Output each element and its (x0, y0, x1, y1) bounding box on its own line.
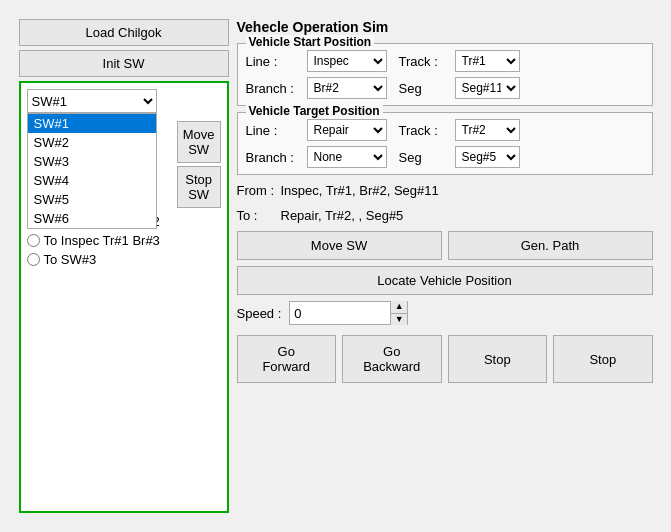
speed-row: Speed : ▲ ▼ (237, 301, 653, 325)
dropdown-item-sw1[interactable]: SW#1 (28, 114, 156, 133)
target-branch-label: Branch : (246, 150, 301, 165)
target-line-row: Line : InspecRepairMain Track : Tr#1Tr#2… (246, 119, 644, 141)
speed-up-button[interactable]: ▲ (391, 301, 407, 314)
start-branch-select[interactable]: Br#1Br#2Br#3 (307, 77, 387, 99)
radio-input-3[interactable] (27, 253, 40, 266)
target-position-group: Vehicle Target Position Line : InspecRep… (237, 112, 653, 175)
start-line-select[interactable]: InspecRepairMain (307, 50, 387, 72)
speed-label: Speed : (237, 306, 282, 321)
right-panel: Vehecle Operation Sim Vehicle Start Posi… (237, 19, 653, 513)
target-branch-select[interactable]: NoneBr#1Br#2 (307, 146, 387, 168)
sw-buttons: Move SW Stop SW (177, 121, 221, 208)
radio-label-2: To Inspec Tr#1 Br#3 (44, 233, 160, 248)
panel-title: Vehecle Operation Sim (237, 19, 653, 35)
target-seg-label: Seg (399, 150, 449, 165)
dropdown-item-sw4[interactable]: SW#4 (28, 171, 156, 190)
sw-dropdown-container: SW#1 SW#2 SW#3 SW#4 SW#5 SW#6 SW#1 SW#2 … (27, 89, 221, 113)
sw-select[interactable]: SW#1 SW#2 SW#3 SW#4 SW#5 SW#6 (27, 89, 157, 113)
speed-down-button[interactable]: ▼ (391, 314, 407, 326)
radio-input-2[interactable] (27, 234, 40, 247)
move-sw-action-button[interactable]: Move SW (237, 231, 442, 260)
spinner-buttons: ▲ ▼ (390, 301, 407, 325)
go-forward-button[interactable]: Go Forward (237, 335, 337, 383)
bottom-btn-row: Go Forward Go Backward Stop Stop (237, 335, 653, 383)
from-row: From : Inspec, Tr#1, Br#2, Seg#11 (237, 181, 653, 200)
start-position-group: Vehicle Start Position Line : InspecRepa… (237, 43, 653, 106)
to-row: To : Repair, Tr#2, , Seg#5 (237, 206, 653, 225)
target-line-label: Line : (246, 123, 301, 138)
locate-vehicle-button[interactable]: Locate Vehicle Position (237, 266, 653, 295)
init-sw-button[interactable]: Init SW (19, 50, 229, 77)
from-label: From : (237, 183, 277, 198)
start-track-select[interactable]: Tr#1Tr#2Tr#3 (455, 50, 520, 72)
radio-item-2[interactable]: To Inspec Tr#1 Br#3 (27, 233, 221, 248)
target-group-title: Vehicle Target Position (246, 104, 383, 118)
sw-box: SW#1 SW#2 SW#3 SW#4 SW#5 SW#6 SW#1 SW#2 … (19, 81, 229, 513)
load-chilgok-button[interactable]: Load Chilgok (19, 19, 229, 46)
left-panel: Load Chilgok Init SW SW#1 SW#2 SW#3 SW#4… (19, 19, 229, 513)
start-group-title: Vehicle Start Position (246, 35, 375, 49)
stop-button-2[interactable]: Stop (553, 335, 653, 383)
dropdown-item-sw5[interactable]: SW#5 (28, 190, 156, 209)
target-branch-row: Branch : NoneBr#1Br#2 Seg Seg#1Seg#5Seg#… (246, 146, 644, 168)
dropdown-item-sw2[interactable]: SW#2 (28, 133, 156, 152)
start-line-label: Line : (246, 54, 301, 69)
sw-dropdown: SW#1 SW#2 SW#3 SW#4 SW#5 SW#6 (27, 113, 157, 229)
dropdown-item-sw6[interactable]: SW#6 (28, 209, 156, 228)
speed-input[interactable] (290, 302, 390, 324)
radio-item-3[interactable]: To SW#3 (27, 252, 221, 267)
from-value: Inspec, Tr#1, Br#2, Seg#11 (281, 183, 439, 198)
start-seg-label: Seg (399, 81, 449, 96)
speed-input-wrap: ▲ ▼ (289, 301, 408, 325)
move-sw-button[interactable]: Move SW (177, 121, 221, 163)
to-value: Repair, Tr#2, , Seg#5 (281, 208, 404, 223)
start-track-label: Track : (399, 54, 449, 69)
start-seg-select[interactable]: Seg#1Seg#5Seg#11 (455, 77, 520, 99)
dropdown-item-sw3[interactable]: SW#3 (28, 152, 156, 171)
target-seg-select[interactable]: Seg#1Seg#5Seg#11 (455, 146, 520, 168)
target-line-select[interactable]: InspecRepairMain (307, 119, 387, 141)
radio-label-3: To SW#3 (44, 252, 97, 267)
start-branch-label: Branch : (246, 81, 301, 96)
action-btn-row: Move SW Gen. Path (237, 231, 653, 260)
stop-button-1[interactable]: Stop (448, 335, 548, 383)
target-track-label: Track : (399, 123, 449, 138)
start-branch-row: Branch : Br#1Br#2Br#3 Seg Seg#1Seg#5Seg#… (246, 77, 644, 99)
start-line-row: Line : InspecRepairMain Track : Tr#1Tr#2… (246, 50, 644, 72)
gen-path-button[interactable]: Gen. Path (448, 231, 653, 260)
to-label: To : (237, 208, 277, 223)
stop-sw-button[interactable]: Stop SW (177, 166, 221, 208)
go-backward-button[interactable]: Go Backward (342, 335, 442, 383)
target-track-select[interactable]: Tr#1Tr#2Tr#3 (455, 119, 520, 141)
